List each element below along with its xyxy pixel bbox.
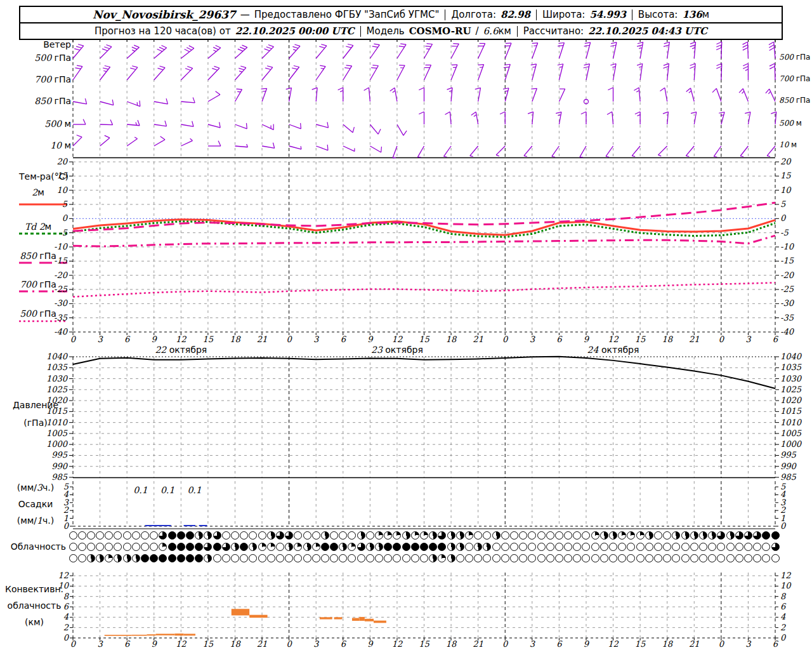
cloud-cover-symbol [537, 554, 546, 562]
convective-axis-tick-left: 6 [49, 602, 69, 611]
cloud-cover-symbol [726, 543, 735, 551]
cloud-cover-symbol [456, 531, 464, 540]
cloud-cover-symbol [645, 531, 653, 540]
cloud-cover-symbol [357, 554, 365, 562]
hour-label-temp: 21 [684, 335, 704, 344]
convective-axis-tick-left: 8 [49, 592, 69, 601]
cloud-cover-symbol [321, 543, 329, 551]
cloud-cover-symbol [456, 543, 464, 551]
cloud-cover-symbol [555, 554, 563, 562]
cloud-cover-symbol [186, 531, 194, 540]
hour-label-temp: 12 [171, 335, 190, 344]
cloud-cover-symbol [564, 554, 572, 562]
temp-axis-tick-left: -35 [41, 313, 67, 322]
cloud-cover-symbol [600, 543, 608, 551]
cloud-cover-symbol [636, 531, 645, 540]
convective-axis-tick-right: 8 [780, 592, 798, 601]
pressure-axis-tick-right: 1005 [780, 428, 808, 438]
cloud-cover-symbol [699, 554, 707, 562]
hour-label-bottom: 3 [91, 639, 110, 649]
cloud-cover-symbol [591, 531, 599, 540]
cloud-cover-symbol [699, 543, 707, 551]
hour-label-temp: 6 [334, 335, 353, 344]
cloud-cover-symbol [321, 554, 329, 562]
hour-label-temp: 15 [415, 335, 434, 344]
cloud-cover-symbol [222, 554, 230, 562]
cloud-cover-symbol [69, 554, 77, 562]
hour-label-bottom: 21 [469, 639, 488, 649]
hour-label-temp: 3 [91, 335, 110, 344]
cloud-cover-symbol [735, 554, 743, 562]
cloud-cover-symbol [492, 531, 501, 540]
hour-label-bottom: 18 [225, 639, 244, 649]
hour-label-bottom: 15 [415, 639, 434, 649]
cloud-cover-symbol [375, 531, 383, 540]
cloud-cover-symbol [267, 531, 275, 540]
hour-label-temp: 9 [145, 335, 164, 344]
cloud-cover-symbol [726, 554, 735, 562]
cloud-cover-symbol [546, 554, 554, 562]
convective-axis-tick-right: 10 [780, 581, 798, 590]
cloud-cover-symbol [591, 543, 599, 551]
cloud-cover-symbol [330, 531, 338, 540]
wind-level-label-left: 500 м [5, 119, 71, 129]
cloud-cover-symbol [402, 543, 410, 551]
pressure-axis-tick-right: 995 [780, 450, 808, 460]
cloud-cover-symbol [267, 554, 275, 562]
cloud-cover-symbol [231, 554, 239, 562]
cloud-cover-symbol [420, 554, 428, 562]
cloud-cover-symbol [357, 531, 365, 540]
cloud-cover-symbol [213, 531, 221, 540]
wind-level-label-right: 500 м [779, 119, 812, 128]
wind-panel-title: Ветер [5, 39, 71, 50]
hour-label-bottom: 9 [577, 639, 596, 649]
cloud-cover-symbol [330, 543, 338, 551]
cloud-cover-symbol [87, 554, 95, 562]
cloud-cover-symbol [411, 531, 419, 540]
cloud-cover-symbol [357, 543, 365, 551]
wind-level-label-left: 850 гПа [5, 96, 71, 106]
meteogram-chart [0, 0, 812, 650]
hour-label-bottom: 3 [523, 639, 542, 649]
cloud-cover-symbol [402, 554, 410, 562]
cloud-cover-symbol [555, 531, 563, 540]
cloud-cover-symbol [447, 554, 455, 562]
cloud-cover-symbol [501, 554, 509, 562]
cloud-cover-symbol [609, 543, 617, 551]
hour-label-temp: 21 [469, 335, 488, 344]
cloud-cover-symbol [465, 531, 473, 540]
temp-axis-tick-right: 15 [780, 171, 806, 180]
cloud-cover-symbol [654, 531, 662, 540]
pressure-axis-tick-left: 990 [38, 461, 67, 471]
cloud-cover-symbol [123, 531, 131, 540]
cloud-cover-symbol [771, 531, 780, 540]
cloud-cover-symbol [330, 554, 338, 562]
temp-axis-tick-right: 0 [780, 213, 806, 223]
hour-label-temp: 18 [442, 335, 461, 344]
hour-label-temp: 12 [604, 335, 623, 344]
cloud-cover-symbol [78, 531, 86, 540]
cloud-cover-symbol [78, 554, 86, 562]
cloud-cover-symbol [456, 554, 464, 562]
wind-level-label-left: 10 м [5, 140, 71, 150]
hour-label-bottom: 12 [388, 639, 407, 649]
cloud-cover-symbol [258, 543, 266, 551]
hour-label-bottom: 6 [334, 639, 353, 649]
pressure-axis-tick-left: 1040 [38, 352, 67, 361]
pressure-axis-tick-left: 1005 [38, 428, 67, 438]
cloud-cover-symbol [213, 543, 221, 551]
hour-label-temp: 3 [738, 335, 757, 344]
hour-label-bottom: 0 [63, 639, 82, 649]
cloud-cover-symbol [222, 543, 230, 551]
hour-label-bottom: 3 [738, 639, 757, 649]
temp-axis-tick-left: -15 [41, 256, 67, 265]
convective-axis-tick-right: 6 [780, 602, 798, 611]
cloud-cover-symbol [681, 531, 690, 540]
cloud-cover-symbol [231, 531, 239, 540]
cloud-cover-symbol [258, 554, 266, 562]
cloud-cover-symbol [690, 543, 698, 551]
cloud-cover-symbol [510, 554, 518, 562]
cloud-cover-symbol [276, 531, 284, 540]
hour-label-bottom: 21 [684, 639, 704, 649]
pressure-axis-tick-right: 1030 [780, 374, 808, 383]
